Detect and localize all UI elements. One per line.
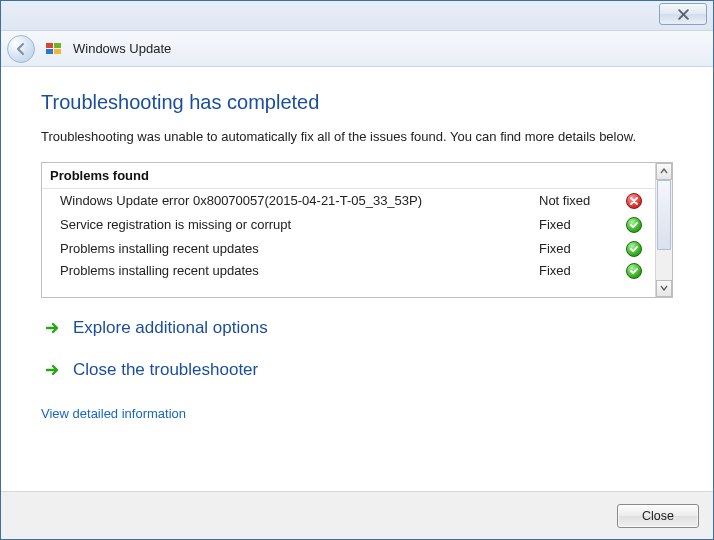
problem-status: Fixed [539,241,623,256]
view-details-link[interactable]: View detailed information [41,406,186,421]
back-arrow-icon [14,42,28,56]
page-heading: Troubleshooting has completed [41,91,673,114]
explore-options-link[interactable]: Explore additional options [41,318,673,338]
problem-state-icon [623,193,645,209]
ok-icon [626,241,642,257]
problem-name: Service registration is missing or corru… [60,217,539,232]
chevron-down-icon [660,285,668,291]
error-icon [626,193,642,209]
summary-text: Troubleshooting was unable to automatica… [41,128,673,146]
scroll-up-button[interactable] [656,163,672,180]
problem-status: Fixed [539,263,623,278]
close-troubleshooter-link[interactable]: Close the troubleshooter [41,360,673,380]
svg-rect-0 [46,43,53,48]
problem-state-icon [623,241,645,257]
svg-rect-3 [54,49,61,54]
close-icon [677,9,690,20]
actions-section: Explore additional options Close the tro… [41,318,673,421]
close-troubleshooter-label: Close the troubleshooter [73,360,258,380]
troubleshooter-window: Windows Update Troubleshooting has compl… [0,0,714,540]
scroll-down-button[interactable] [656,280,672,297]
problem-row: Service registration is missing or corru… [42,213,655,237]
titlebar [1,1,713,31]
close-button[interactable]: Close [617,504,699,528]
back-button[interactable] [7,35,35,63]
explore-options-label: Explore additional options [73,318,268,338]
scroll-track[interactable] [656,180,672,280]
problem-row: Problems installing recent updates Fixed [42,261,655,281]
problems-list: Problems found Windows Update error 0x80… [42,163,655,297]
window-title: Windows Update [73,41,171,56]
windows-update-icon [45,40,63,58]
problem-state-icon [623,263,645,279]
problem-status: Fixed [539,217,623,232]
scroll-thumb[interactable] [657,180,671,250]
arrow-right-icon [45,362,61,378]
arrow-right-icon [45,320,61,336]
problems-header: Problems found [42,163,655,189]
content-area: Troubleshooting has completed Troublesho… [1,67,713,491]
svg-rect-2 [46,49,53,54]
ok-icon [626,263,642,279]
svg-rect-1 [54,43,61,48]
problem-name: Problems installing recent updates [60,263,539,278]
window-close-button[interactable] [659,3,707,25]
problem-row: Problems installing recent updates Fixed [42,237,655,261]
problem-name: Problems installing recent updates [60,241,539,256]
problem-row: Windows Update error 0x80070057(2015-04-… [42,189,655,213]
problem-state-icon [623,217,645,233]
navbar: Windows Update [1,31,713,67]
problem-name: Windows Update error 0x80070057(2015-04-… [60,193,539,208]
problems-box: Problems found Windows Update error 0x80… [41,162,673,298]
scrollbar[interactable] [655,163,672,297]
chevron-up-icon [660,168,668,174]
ok-icon [626,217,642,233]
problem-status: Not fixed [539,193,623,208]
footer: Close [1,491,713,539]
